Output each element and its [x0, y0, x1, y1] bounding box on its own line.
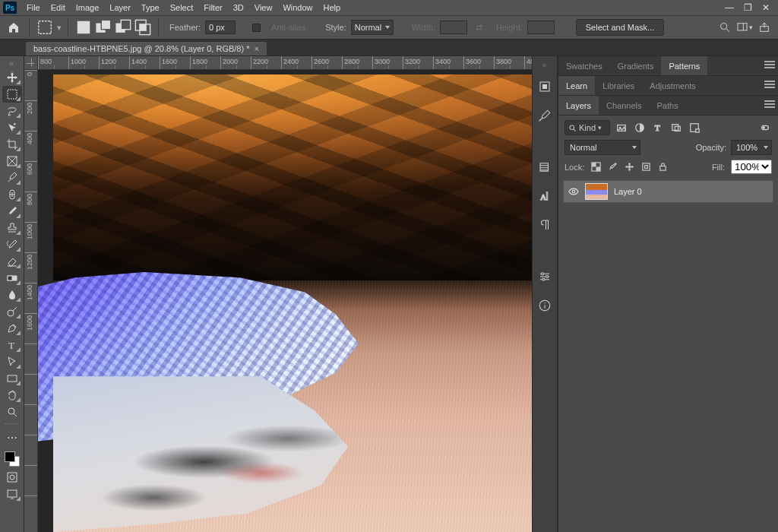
shape-tool[interactable] [2, 370, 22, 387]
tab-paths[interactable]: Paths [650, 96, 686, 115]
menu-view[interactable]: View [249, 0, 278, 15]
eraser-tool[interactable] [2, 253, 22, 270]
color-panel-icon[interactable] [536, 78, 554, 96]
lock-all-icon[interactable] [657, 162, 668, 173]
lock-artboard-icon[interactable] [640, 162, 651, 173]
lock-image-icon[interactable] [607, 162, 618, 173]
selection-intersect[interactable] [134, 18, 152, 36]
edit-toolbar[interactable]: ⋯ [2, 429, 22, 446]
panel-menu-icon[interactable] [764, 61, 775, 70]
menu-file[interactable]: File [21, 0, 46, 15]
tab-layers[interactable]: Layers [558, 96, 599, 115]
tab-swatches[interactable]: Swatches [558, 56, 610, 75]
share-icon[interactable] [755, 18, 773, 36]
pen-tool[interactable] [2, 320, 22, 337]
filter-shape-icon[interactable] [669, 121, 683, 135]
tab-adjustments[interactable]: Adjustments [642, 76, 704, 95]
hand-tool[interactable] [2, 387, 22, 404]
ruler-horizontal[interactable]: 800 1000 1200 1400 1600 1800 2000 2200 2… [38, 56, 532, 70]
window-minimize[interactable]: — [720, 2, 738, 13]
blur-tool[interactable] [2, 287, 22, 303]
layer-filter-kind[interactable]: Kind ▾ [565, 120, 610, 135]
ruler-vertical[interactable]: 0 200 400 600 800 1000 1200 1400 1600 [24, 70, 38, 532]
brushes-panel-icon[interactable] [536, 106, 554, 125]
dodge-tool[interactable] [2, 303, 22, 320]
selection-subtract[interactable] [114, 18, 132, 36]
layer-thumbnail[interactable] [585, 183, 608, 200]
properties-panel-icon[interactable] [536, 268, 554, 286]
lasso-tool[interactable] [2, 103, 22, 119]
fill-input[interactable]: 100% [731, 160, 772, 174]
history-brush-tool[interactable] [2, 236, 22, 253]
ruler-tick: 3600 [466, 58, 481, 65]
screen-mode[interactable] [2, 486, 22, 502]
layer-name[interactable]: Layer 0 [614, 187, 642, 196]
lock-position-icon[interactable] [624, 162, 634, 173]
marquee-tool[interactable] [2, 86, 22, 103]
panel-group-swatches: Swatches Gradients Patterns [558, 56, 778, 76]
tab-learn[interactable]: Learn [558, 76, 595, 95]
style-select[interactable]: Normal [351, 20, 394, 35]
current-tool-icon[interactable] [36, 18, 54, 36]
workspace-picker-icon[interactable]: ▾ [735, 18, 754, 36]
document-canvas[interactable] [38, 70, 532, 532]
layer-row[interactable]: Layer 0 [563, 180, 773, 203]
menu-layer[interactable]: Layer [104, 0, 136, 15]
gradient-tool[interactable] [2, 270, 22, 287]
tab-channels[interactable]: Channels [599, 96, 649, 115]
selection-add[interactable] [94, 18, 112, 36]
menu-edit[interactable]: Edit [46, 0, 71, 15]
menu-image[interactable]: Image [71, 0, 105, 15]
search-icon[interactable] [716, 18, 734, 36]
document-tab[interactable]: bass-coastline-HTBPNE5.jpg @ 20.8% (Laye… [26, 42, 267, 55]
tab-gradients[interactable]: Gradients [610, 56, 662, 75]
type-tool[interactable]: T [2, 337, 22, 353]
panel-menu-icon[interactable] [764, 100, 775, 109]
move-tool[interactable] [2, 69, 22, 86]
quick-select-tool[interactable] [2, 119, 22, 136]
menu-3d[interactable]: 3D [228, 0, 249, 15]
close-tab-icon[interactable]: × [254, 44, 258, 53]
filter-pixel-icon[interactable] [615, 121, 628, 135]
selection-new[interactable] [74, 18, 93, 36]
menu-select[interactable]: Select [165, 0, 199, 15]
window-close[interactable]: ✕ [757, 2, 775, 13]
filter-adjust-icon[interactable] [633, 121, 647, 135]
history-panel-icon[interactable] [536, 158, 554, 176]
color-swatches[interactable] [2, 449, 22, 469]
panel-menu-icon[interactable] [764, 81, 775, 90]
foreground-color[interactable] [5, 451, 15, 462]
quick-mask-toggle[interactable] [2, 469, 22, 486]
opacity-input[interactable]: 100% [731, 140, 772, 155]
filter-type-icon[interactable]: T [651, 121, 665, 135]
home-button[interactable] [5, 18, 23, 36]
brush-tool[interactable] [2, 203, 22, 220]
dock-grip[interactable]: « [542, 64, 548, 67]
menu-filter[interactable]: Filter [198, 0, 227, 15]
filter-toggle[interactable] [758, 121, 772, 135]
toolbar-grip[interactable]: » [9, 59, 14, 68]
window-maximize[interactable]: ❐ [738, 2, 757, 13]
menu-window[interactable]: Window [277, 0, 318, 15]
frame-tool[interactable] [2, 153, 22, 169]
crop-tool[interactable] [2, 136, 22, 153]
stamp-tool[interactable] [2, 220, 22, 236]
zoom-tool[interactable] [2, 404, 22, 420]
eyedropper-tool[interactable] [2, 169, 22, 186]
info-panel-icon[interactable] [536, 296, 554, 315]
paragraph-panel-icon[interactable] [536, 216, 554, 234]
tab-libraries[interactable]: Libraries [595, 76, 642, 95]
tab-patterns[interactable]: Patterns [661, 56, 707, 75]
character-panel-icon[interactable]: A [536, 187, 554, 205]
filter-smart-icon[interactable] [688, 121, 701, 135]
blend-mode-select[interactable]: Normal [565, 140, 640, 155]
ruler-origin[interactable] [24, 56, 38, 70]
select-and-mask-button[interactable]: Select and Mask... [576, 19, 665, 36]
feather-input[interactable] [205, 21, 236, 34]
menu-help[interactable]: Help [318, 0, 346, 15]
lock-transparency-icon[interactable] [590, 162, 601, 173]
healing-tool[interactable] [2, 186, 22, 203]
path-select-tool[interactable] [2, 353, 22, 370]
menu-type[interactable]: Type [136, 0, 165, 15]
visibility-toggle-icon[interactable] [568, 186, 579, 197]
